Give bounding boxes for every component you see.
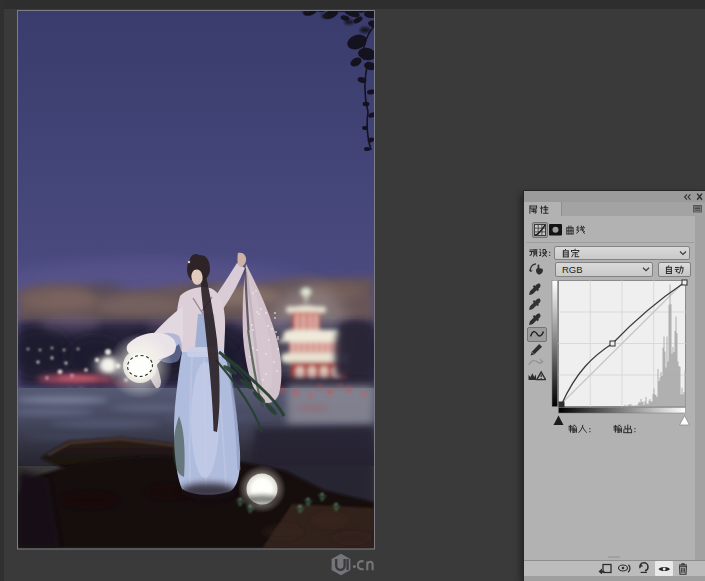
- svg-text:RGB: RGB: [562, 264, 583, 275]
